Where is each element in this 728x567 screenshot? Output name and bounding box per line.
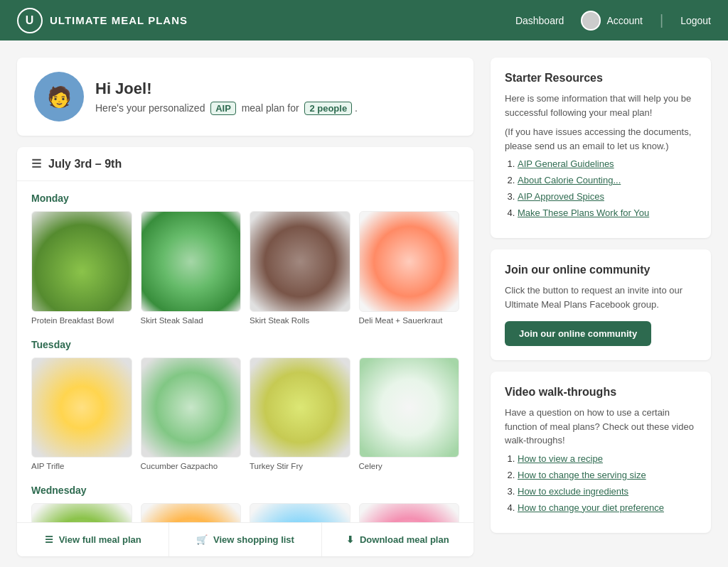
- starter-link-2[interactable]: About Calorie Counting...: [518, 175, 621, 185]
- meal-thumb: [31, 503, 132, 522]
- list-icon: ☰: [31, 157, 41, 171]
- walkthrough-link-1[interactable]: How to view a recipe: [518, 453, 603, 464]
- walkthrough-link-3[interactable]: How to exclude ingredients: [518, 486, 628, 497]
- meal-plan-content: Monday Protein Breakfast Bowl Skirt Stea…: [17, 181, 473, 522]
- starter-description: Here is some information that will help …: [505, 92, 697, 119]
- meals-grid-wednesday: [31, 503, 459, 522]
- left-content: 🧑 Hi Joel! Here's your personalized AIP …: [17, 58, 473, 556]
- welcome-text: Hi Joel! Here's your personalized AIP me…: [95, 80, 358, 114]
- meal-thumb: [359, 357, 460, 458]
- meal-thumb: [250, 211, 350, 312]
- community-title: Join our online community: [505, 264, 697, 276]
- starter-link-4[interactable]: Make These Plans Work for You: [518, 207, 649, 218]
- list-lines-icon: ☰: [45, 534, 53, 545]
- view-full-label: View full meal plan: [59, 534, 141, 545]
- walkthrough-description: Have a question on how to use a certain …: [505, 406, 697, 448]
- app-header: U ULTIMATE MEAL PLANS Dashboard Account …: [0, 0, 728, 40]
- download-meal-plan-button[interactable]: ⬇ Download meal plan: [322, 523, 473, 556]
- meal-item[interactable]: Cucumber Gazpacho: [141, 357, 242, 471]
- meals-grid-monday: Protein Breakfast Bowl Skirt Steak Salad…: [31, 211, 459, 325]
- right-sidebar: Starter Resources Here is some informati…: [491, 58, 711, 556]
- view-shopping-list-button[interactable]: 🛒 View shopping list: [169, 523, 321, 556]
- starter-link-1[interactable]: AIP General Guidelines: [518, 158, 614, 169]
- nav-dashboard[interactable]: Dashboard: [515, 15, 564, 26]
- meal-name: Turkey Stir Fry: [250, 462, 350, 470]
- view-shopping-label: View shopping list: [213, 534, 294, 545]
- day-section-tuesday: Tuesday AIP Trifle Cucumber Gazpacho: [31, 339, 459, 471]
- starter-link-3[interactable]: AIP Approved Spices: [518, 191, 604, 202]
- meal-thumb: [250, 503, 350, 522]
- avatar-emoji: 🧑: [47, 85, 72, 109]
- walkthrough-title: Video walk-throughs: [505, 386, 697, 399]
- meal-item[interactable]: [359, 503, 460, 522]
- day-section-wednesday: Wednesday: [31, 485, 459, 522]
- download-label: Download meal plan: [360, 534, 449, 545]
- meal-thumb: [141, 211, 242, 312]
- meal-thumb: [250, 357, 350, 458]
- meal-name: Skirt Steak Rolls: [250, 316, 350, 325]
- welcome-card: 🧑 Hi Joel! Here's your personalized AIP …: [17, 58, 473, 136]
- meal-name: Skirt Steak Salad: [141, 316, 242, 325]
- walkthrough-link-2[interactable]: How to change the serving size: [518, 470, 646, 480]
- account-avatar-icon: [581, 11, 601, 31]
- desc-mid: meal plan for: [242, 102, 299, 114]
- meal-plan-card: ☰ July 3rd – 9th Monday Protein Breakfas…: [17, 147, 473, 556]
- main-container: 🧑 Hi Joel! Here's your personalized AIP …: [0, 40, 728, 567]
- brand-name: ULTIMATE MEAL PLANS: [50, 14, 188, 26]
- meal-name: AIP Trifle: [31, 462, 132, 470]
- join-community-button[interactable]: Join our online community: [505, 321, 651, 346]
- brand-logo: U ULTIMATE MEAL PLANS: [17, 8, 188, 33]
- starter-note: (If you have issues accessing the docume…: [505, 125, 697, 153]
- meal-plan-header: ☰ July 3rd – 9th: [17, 147, 473, 181]
- greeting-heading: Hi Joel!: [95, 80, 358, 98]
- logo-icon: U: [17, 8, 43, 33]
- meal-item[interactable]: Skirt Steak Salad: [141, 211, 242, 325]
- day-section-monday: Monday Protein Breakfast Bowl Skirt Stea…: [31, 193, 459, 325]
- nav-account-btn[interactable]: Account: [581, 11, 643, 31]
- meal-item[interactable]: AIP Trifle: [31, 357, 132, 471]
- meal-name: Cucumber Gazpacho: [141, 462, 242, 470]
- day-label-tuesday: Tuesday: [31, 339, 459, 350]
- walkthrough-card: Video walk-throughs Have a question on h…: [491, 372, 711, 533]
- starter-resources-card: Starter Resources Here is some informati…: [491, 58, 711, 238]
- meal-item[interactable]: Deli Meat + Sauerkraut: [359, 211, 460, 325]
- day-label-wednesday: Wednesday: [31, 485, 459, 496]
- meal-item[interactable]: Protein Breakfast Bowl: [31, 211, 132, 325]
- meal-name: Deli Meat + Sauerkraut: [359, 316, 460, 325]
- meal-name: Celery: [359, 462, 460, 470]
- download-icon: ⬇: [346, 534, 354, 545]
- meal-item[interactable]: Turkey Stir Fry: [250, 357, 350, 471]
- day-label-monday: Monday: [31, 193, 459, 204]
- desc-suffix: .: [355, 102, 358, 114]
- shopping-icon: 🛒: [196, 534, 208, 545]
- desc-prefix: Here's your personalized: [95, 102, 205, 114]
- meal-thumb: [31, 357, 132, 458]
- meal-thumb: [31, 211, 132, 312]
- nav-logout[interactable]: Logout: [680, 15, 711, 26]
- date-range: July 3rd – 9th: [48, 158, 122, 171]
- main-nav: Dashboard Account | Logout: [515, 11, 711, 31]
- meal-item[interactable]: Skirt Steak Rolls: [250, 211, 350, 325]
- diet-badge: AIP: [210, 102, 236, 115]
- people-badge: 2 people: [304, 102, 352, 115]
- meal-item[interactable]: [250, 503, 350, 522]
- user-avatar: 🧑: [34, 72, 84, 122]
- meal-item[interactable]: [31, 503, 132, 522]
- nav-divider: |: [660, 12, 663, 28]
- meal-thumb: [359, 211, 460, 312]
- meal-item[interactable]: Celery: [359, 357, 460, 471]
- meal-thumb: [141, 503, 242, 522]
- starter-links: AIP General Guidelines About Calorie Cou…: [505, 158, 697, 218]
- view-full-meal-plan-button[interactable]: ☰ View full meal plan: [17, 523, 169, 556]
- meal-thumb: [141, 357, 242, 458]
- welcome-description: Here's your personalized AIP meal plan f…: [95, 102, 358, 114]
- walkthrough-links: How to view a recipe How to change the s…: [505, 453, 697, 513]
- walkthrough-link-4[interactable]: How to change your diet preference: [518, 502, 664, 513]
- nav-account-label: Account: [606, 15, 643, 26]
- bottom-action-bar: ☰ View full meal plan 🛒 View shopping li…: [17, 522, 473, 556]
- meal-thumb: [359, 503, 460, 522]
- meal-item[interactable]: [141, 503, 242, 522]
- meals-grid-tuesday: AIP Trifle Cucumber Gazpacho Turkey Stir…: [31, 357, 459, 471]
- meal-name: Protein Breakfast Bowl: [31, 316, 132, 325]
- community-description: Click the button to request an invite in…: [505, 284, 697, 311]
